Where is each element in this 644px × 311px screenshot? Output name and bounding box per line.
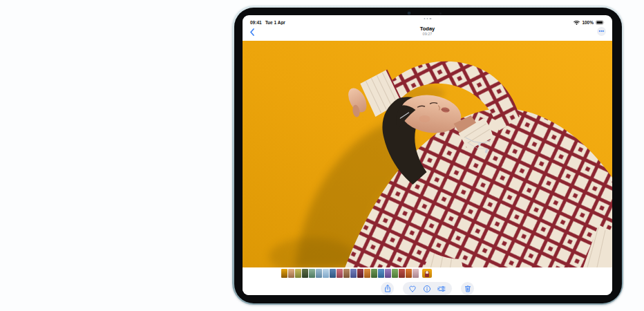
necklace-pendant <box>478 143 481 146</box>
info-icon[interactable] <box>423 285 431 293</box>
status-date: Tue 1 Apr <box>265 20 285 25</box>
cheek <box>419 115 430 122</box>
microphone <box>439 12 442 15</box>
photo-toolbar <box>243 282 612 295</box>
nav-bar: Today 09:27 ••• <box>243 25 612 41</box>
photo-filmstrip <box>281 269 432 278</box>
filmstrip-thumbnail[interactable] <box>350 269 357 278</box>
photo-view[interactable] <box>243 41 612 267</box>
filmstrip-thumbnail[interactable] <box>385 269 391 278</box>
battery-icon <box>596 20 605 25</box>
multitask-indicator[interactable] <box>424 18 431 19</box>
filmstrip-thumbnail[interactable] <box>288 269 294 278</box>
page-subtitle: 09:27 <box>243 32 612 36</box>
filmstrip-thumbnail[interactable] <box>330 269 336 278</box>
filmstrip-thumbnail[interactable] <box>364 269 370 278</box>
filmstrip-thumbnail[interactable] <box>357 269 363 278</box>
delete-icon <box>464 284 472 293</box>
filmstrip-thumbnail[interactable] <box>302 269 308 278</box>
filmstrip-thumbnail[interactable] <box>323 269 329 278</box>
filmstrip-thumbnail[interactable] <box>406 269 412 278</box>
filmstrip-thumbnail[interactable] <box>392 269 398 278</box>
filmstrip-thumbnail[interactable] <box>413 269 419 278</box>
bottom-chrome <box>243 267 612 295</box>
share-icon <box>383 284 392 293</box>
page-title: Today <box>243 26 612 32</box>
filmstrip-thumbnail[interactable] <box>371 269 377 278</box>
wifi-icon <box>574 20 580 25</box>
filmstrip-thumbnail[interactable] <box>343 269 350 278</box>
share-button[interactable] <box>381 282 394 295</box>
actions-pill <box>403 282 452 295</box>
delete-button[interactable] <box>461 282 474 295</box>
filmstrip-selected-thumbnail[interactable] <box>422 269 432 278</box>
filmstrip-thumbnail[interactable] <box>295 269 301 278</box>
status-time: 09:41 <box>250 20 262 25</box>
favorite-icon[interactable] <box>408 285 417 293</box>
filmstrip-thumbnail[interactable] <box>316 269 322 278</box>
adjust-icon[interactable] <box>437 285 446 293</box>
screen: 09:41 Tue 1 Apr 100% <box>243 15 612 295</box>
more-button[interactable]: ••• <box>597 27 606 36</box>
filmstrip-thumbnail[interactable] <box>281 269 287 278</box>
filmstrip-thumbnail[interactable] <box>399 269 405 278</box>
ipad-device: 09:41 Tue 1 Apr 100% <box>232 6 623 305</box>
status-bar: 09:41 Tue 1 Apr 100% <box>243 15 612 25</box>
front-camera <box>408 12 410 15</box>
filmstrip-thumbnail[interactable] <box>337 269 343 278</box>
filmstrip-thumbnail[interactable] <box>309 269 315 278</box>
battery-percent: 100% <box>582 20 594 25</box>
filmstrip-thumbnail[interactable] <box>378 269 384 278</box>
